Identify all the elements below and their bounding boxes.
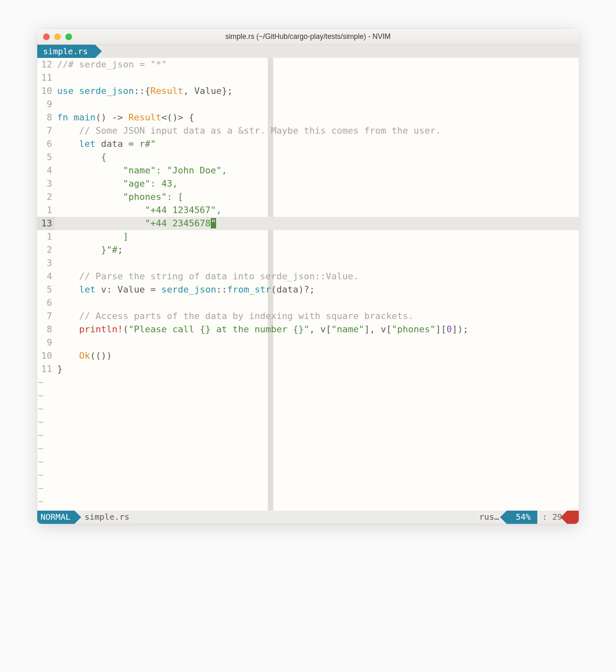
line-number: 6 xyxy=(37,296,55,310)
code-text: } xyxy=(55,362,63,376)
line-number: 11 xyxy=(37,362,55,376)
nvim-window: simple.rs (~/GitHub/cargo-play/tests/sim… xyxy=(37,29,579,524)
empty-line-tilde: ~ xyxy=(37,482,579,495)
tab-label: simple.rs xyxy=(43,46,88,56)
code-text: let data = r#" xyxy=(55,137,156,151)
code-line[interactable]: 5 { xyxy=(37,151,579,164)
line-number: 8 xyxy=(37,323,55,336)
tab-simple-rs[interactable]: simple.rs xyxy=(37,45,95,58)
code-text: { xyxy=(55,151,106,164)
status-percent: 54% xyxy=(507,511,537,524)
line-number: 10 xyxy=(37,84,55,98)
code-line[interactable]: 11 xyxy=(37,71,579,84)
line-number: 1 xyxy=(37,204,55,217)
empty-line-tilde: ~ xyxy=(37,442,579,455)
line-number: 3 xyxy=(37,257,55,270)
code-line[interactable]: 10 Ok(()) xyxy=(37,349,579,362)
code-text: //# serde_json = "*" xyxy=(55,58,167,71)
empty-line-tilde: ~ xyxy=(37,389,579,402)
code-text xyxy=(55,98,57,111)
tab-bar: simple.rs xyxy=(37,45,579,58)
line-number: 4 xyxy=(37,270,55,283)
line-number: 10 xyxy=(37,349,55,362)
code-line[interactable]: 7 // Access parts of the data by indexin… xyxy=(37,310,579,323)
empty-line-tilde: ~ xyxy=(37,402,579,415)
code-line[interactable]: 8fn main() -> Result<()> { xyxy=(37,111,579,124)
line-number: 3 xyxy=(37,177,55,190)
code-text: "phones": [ xyxy=(55,190,183,204)
code-line[interactable]: 3 xyxy=(37,257,579,270)
statusbar: NORMAL simple.rs rus… 54% : 29 xyxy=(37,511,579,524)
code-text: println!("Please call {} at the number {… xyxy=(55,323,468,336)
empty-line-tilde: ~ xyxy=(37,455,579,468)
line-number: 12 xyxy=(37,58,55,71)
code-line[interactable]: 1 "+44 1234567", xyxy=(37,204,579,217)
code-text xyxy=(55,336,57,349)
code-line[interactable]: 2 }"#; xyxy=(37,243,579,257)
code-text: // Access parts of the data by indexing … xyxy=(55,310,414,323)
line-number: 7 xyxy=(37,124,55,137)
line-number: 5 xyxy=(37,151,55,164)
code-line[interactable]: 10use serde_json::{Result, Value}; xyxy=(37,84,579,98)
titlebar: simple.rs (~/GitHub/cargo-play/tests/sim… xyxy=(37,29,579,45)
line-number: 1 xyxy=(37,230,55,243)
code-line[interactable]: 8 println!("Please call {} at the number… xyxy=(37,323,579,336)
line-number: 9 xyxy=(37,98,55,111)
code-text: fn main() -> Result<()> { xyxy=(55,111,194,124)
mode-indicator: NORMAL xyxy=(37,511,75,524)
code-line[interactable]: 6 let data = r#" xyxy=(37,137,579,151)
code-text: use serde_json::{Result, Value}; xyxy=(55,84,233,98)
code-line[interactable]: 6 xyxy=(37,296,579,310)
line-number: 5 xyxy=(37,283,55,296)
empty-line-tilde: ~ xyxy=(37,495,579,508)
empty-line-tilde: ~ xyxy=(37,468,579,482)
code-line[interactable]: 9 xyxy=(37,98,579,111)
code-text: "name": "John Doe", xyxy=(55,164,227,177)
code-text: // Parse the string of data into serde_j… xyxy=(55,270,359,283)
line-number: 11 xyxy=(37,71,55,84)
code-line[interactable]: 7 // Some JSON input data as a &str. May… xyxy=(37,124,579,137)
code-text: Ok(()) xyxy=(55,349,112,362)
status-filename: simple.rs xyxy=(75,511,134,524)
code-text: let v: Value = serde_json::from_str(data… xyxy=(55,283,315,296)
cursor-line[interactable]: 13 "+44 2345678" xyxy=(37,217,579,230)
status-warn-icon xyxy=(567,511,579,524)
code-text xyxy=(55,257,57,270)
code-text xyxy=(55,71,57,84)
code-line[interactable]: 4 // Parse the string of data into serde… xyxy=(37,270,579,283)
empty-line-tilde: ~ xyxy=(37,415,579,429)
code-line[interactable]: 2 "phones": [ xyxy=(37,190,579,204)
code-text: "+44 1234567", xyxy=(55,204,221,217)
code-text: ] xyxy=(55,230,128,243)
line-number: 2 xyxy=(37,243,55,257)
code-text: "+44 2345678" xyxy=(55,217,216,230)
line-number: 8 xyxy=(37,111,55,124)
empty-line-tilde: ~ xyxy=(37,429,579,442)
code-text xyxy=(55,296,57,310)
line-number: 13 xyxy=(37,217,55,230)
code-line[interactable]: 11} xyxy=(37,362,579,376)
empty-line-tilde: ~ xyxy=(37,376,579,389)
status-spacer xyxy=(135,511,479,524)
line-number: 4 xyxy=(37,164,55,177)
code-text: // Some JSON input data as a &str. Maybe… xyxy=(55,124,441,137)
window-title: simple.rs (~/GitHub/cargo-play/tests/sim… xyxy=(37,32,579,41)
code-line[interactable]: 1 ] xyxy=(37,230,579,243)
editor-area[interactable]: 12//# serde_json = "*"1110use serde_json… xyxy=(37,58,579,511)
code-line[interactable]: 3 "age": 43, xyxy=(37,177,579,190)
code-text: "age": 43, xyxy=(55,177,178,190)
code-text: }"#; xyxy=(55,243,123,257)
line-number: 2 xyxy=(37,190,55,204)
code-line[interactable]: 4 "name": "John Doe", xyxy=(37,164,579,177)
code-line[interactable]: 5 let v: Value = serde_json::from_str(da… xyxy=(37,283,579,296)
line-number: 7 xyxy=(37,310,55,323)
code-line[interactable]: 9 xyxy=(37,336,579,349)
line-number: 6 xyxy=(37,137,55,151)
code-line[interactable]: 12//# serde_json = "*" xyxy=(37,58,579,71)
line-number: 9 xyxy=(37,336,55,349)
